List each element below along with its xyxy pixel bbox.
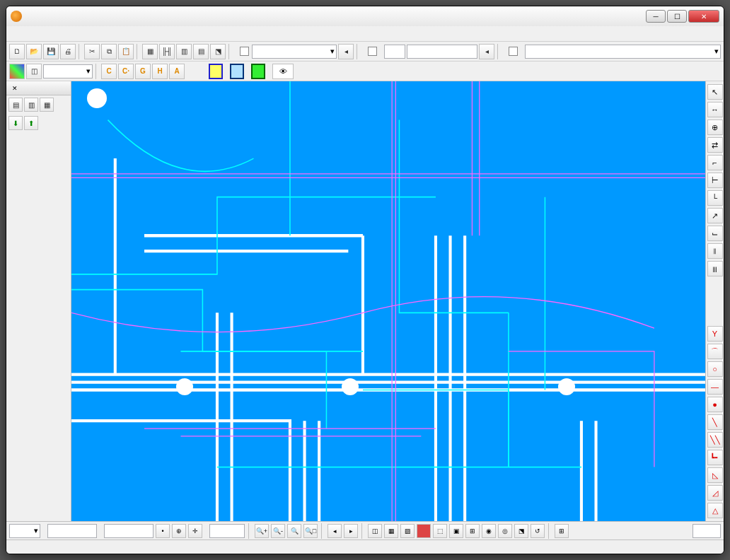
st5[interactable]: ⬚: [433, 524, 447, 538]
menu-select[interactable]: [60, 33, 71, 35]
save-button[interactable]: 💾: [43, 44, 59, 59]
zoom-out-button[interactable]: 🔍-: [271, 524, 285, 538]
layer-select[interactable]: ▾: [252, 45, 337, 59]
btn-cross[interactable]: ✛: [188, 524, 202, 538]
tool-b-button[interactable]: ╟╢: [159, 44, 175, 59]
st11[interactable]: ↺: [531, 524, 545, 538]
cdot-mode-button[interactable]: C·: [118, 64, 134, 79]
ad-smart-dfm[interactable]: [230, 64, 244, 79]
menu-smart-dfm[interactable]: [111, 33, 122, 35]
net-select[interactable]: ▾: [525, 45, 721, 59]
cursor-tool[interactable]: ↖: [707, 84, 723, 100]
pcb-canvas[interactable]: [71, 81, 705, 521]
layer-down-button[interactable]: ⬇: [8, 116, 23, 130]
any-select[interactable]: ▾: [43, 64, 93, 78]
a-mode-button[interactable]: A: [169, 64, 185, 79]
x-input[interactable]: [47, 524, 97, 538]
grid-button[interactable]: ⊞: [555, 524, 569, 538]
shape-poly-tool[interactable]: ╲╲: [707, 432, 723, 448]
shape-cut-tool[interactable]: ◺: [707, 467, 723, 483]
only1-checkbox[interactable]: [240, 47, 249, 56]
shape-tri-tool[interactable]: ◿: [707, 485, 723, 501]
layer-tool-2[interactable]: ▥: [24, 98, 38, 112]
shape-l-tool[interactable]: ┗╸: [707, 450, 723, 465]
ortho-tool[interactable]: └: [707, 190, 723, 206]
st1[interactable]: ◫: [368, 524, 382, 538]
eye-icon[interactable]: 👁: [272, 64, 294, 79]
only2-checkbox[interactable]: [368, 47, 377, 56]
zoom-in-button[interactable]: 🔍+: [255, 524, 269, 538]
pan-left-button[interactable]: ◂: [328, 524, 342, 538]
st8[interactable]: ◉: [482, 524, 496, 538]
unit-select[interactable]: ▾: [9, 524, 40, 538]
st10[interactable]: ⬔: [514, 524, 528, 538]
ad-cam-review[interactable]: [251, 64, 265, 79]
menu-help[interactable]: [124, 33, 135, 35]
print-button[interactable]: 🖨: [60, 44, 76, 59]
tool-d-button[interactable]: ▤: [193, 44, 209, 59]
st9[interactable]: ◎: [498, 524, 512, 538]
menu-tools[interactable]: [98, 33, 110, 35]
g-mode-button[interactable]: G: [135, 64, 151, 79]
layer-prev-button[interactable]: ◂: [338, 44, 354, 59]
layers-header[interactable]: ✕: [6, 81, 71, 95]
layer-up-button[interactable]: ⬆: [24, 116, 38, 130]
ad-pcb-quote[interactable]: [209, 64, 223, 79]
cut-button[interactable]: ✂: [84, 44, 100, 59]
d-input[interactable]: [384, 45, 405, 59]
menu-view[interactable]: [35, 33, 46, 35]
open-button[interactable]: 📂: [26, 44, 42, 59]
pan-right-button[interactable]: ▸: [344, 524, 358, 538]
tool-1-button[interactable]: ◫: [26, 64, 42, 79]
zoom-area-button[interactable]: 🔍□: [303, 524, 318, 538]
btn-target[interactable]: ⊕: [172, 524, 186, 538]
anchor-tool[interactable]: ⌙: [707, 226, 723, 241]
d-prev-button[interactable]: ◂: [479, 44, 494, 59]
half-input[interactable]: [693, 524, 721, 538]
h-mode-button[interactable]: H: [152, 64, 168, 79]
st2[interactable]: ▦: [384, 524, 398, 538]
layer-list[interactable]: [6, 132, 71, 521]
tool-a-button[interactable]: ▦: [142, 44, 158, 59]
menu-file[interactable]: [9, 33, 21, 35]
menu-go[interactable]: [47, 33, 59, 35]
tool-e-button[interactable]: ⬔: [210, 44, 226, 59]
close-icon[interactable]: ✕: [12, 85, 18, 92]
tool-c-button[interactable]: ▥: [176, 44, 192, 59]
c-input[interactable]: [407, 45, 477, 59]
seg-tool[interactable]: ⊢: [707, 173, 723, 188]
shape-dot-tool[interactable]: ●: [707, 397, 723, 412]
st4[interactable]: [417, 524, 431, 538]
shape-y-tool[interactable]: Y: [707, 326, 723, 342]
menu-insert[interactable]: [86, 33, 97, 35]
group-tool[interactable]: ⫼: [707, 261, 723, 276]
layer-tool-3[interactable]: ▦: [40, 98, 54, 112]
new-button[interactable]: 🗋: [9, 44, 25, 59]
zoom-input[interactable]: [209, 524, 245, 538]
zoom-fit-button[interactable]: 🔍: [287, 524, 301, 538]
paste-button[interactable]: 📋: [118, 44, 134, 59]
arrow-tool[interactable]: ↗: [707, 208, 723, 223]
layer-tool-1[interactable]: ▤: [8, 98, 23, 112]
shape-line-tool[interactable]: —: [707, 379, 723, 395]
copy-button[interactable]: ⧉: [101, 44, 117, 59]
minimize-button[interactable]: ─: [646, 10, 666, 23]
c-mode-button[interactable]: C: [101, 64, 117, 79]
palette-button[interactable]: [9, 64, 25, 79]
maximize-button[interactable]: ☐: [667, 10, 687, 23]
corner-tool[interactable]: ⌐: [707, 155, 723, 170]
st6[interactable]: ▣: [449, 524, 463, 538]
st3[interactable]: ▨: [400, 524, 415, 538]
shape-arc-tool[interactable]: ⌒: [707, 344, 723, 359]
align-tool[interactable]: ⫴: [707, 243, 723, 259]
close-button[interactable]: ✕: [688, 10, 719, 23]
menu-edit[interactable]: [73, 33, 84, 35]
st7[interactable]: ⊞: [465, 524, 480, 538]
shape-tri2-tool[interactable]: △: [707, 503, 723, 518]
measure-tool[interactable]: ↔: [707, 102, 723, 117]
only3-checkbox[interactable]: [509, 47, 518, 56]
swap-tool[interactable]: ⇄: [707, 137, 723, 153]
shape-seg-tool[interactable]: ╲: [707, 414, 723, 430]
center-tool[interactable]: ⊕: [707, 119, 723, 135]
menu-setup[interactable]: [22, 33, 33, 35]
